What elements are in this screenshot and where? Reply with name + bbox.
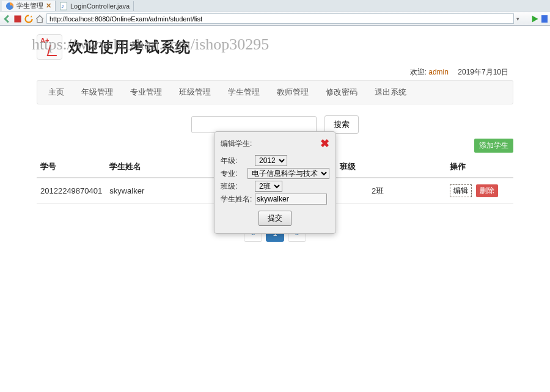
input-student-name[interactable] xyxy=(255,194,327,205)
header-banner: 欢迎使用考试系统 xyxy=(37,29,513,65)
tab-strip: 学生管理 ✕ J LoginController.java xyxy=(0,0,550,12)
banner-title: 欢迎使用考试系统 xyxy=(68,37,191,57)
select-major[interactable]: 电子信息科学与技术 xyxy=(248,168,329,179)
label-class: 班级: xyxy=(221,181,255,192)
modal-row-class: 班级: 2班 xyxy=(221,181,329,192)
stop-icon[interactable] xyxy=(13,15,22,23)
tab-title: LoginController.java xyxy=(70,2,130,10)
cell-actions: 编辑 删除 xyxy=(446,178,513,204)
modal-title: 编辑学生: xyxy=(221,139,252,149)
modal-row-name: 学生姓名: xyxy=(221,194,329,205)
edit-student-modal: 编辑学生: ✖ 年级: 2012 专业: 电子信息科学与技术 班级: 2班 学生… xyxy=(214,131,336,234)
address-bar: ▾ xyxy=(0,12,550,25)
nav-major[interactable]: 专业管理 xyxy=(122,81,170,104)
modal-header: 编辑学生: ✖ xyxy=(221,138,329,149)
modal-row-grade: 年级: 2012 xyxy=(221,155,329,166)
label-name: 学生姓名: xyxy=(221,194,255,205)
nav-logout[interactable]: 退出系统 xyxy=(366,81,415,104)
svg-rect-3 xyxy=(14,15,21,22)
browser-chrome: 学生管理 ✕ J LoginController.java ▾ xyxy=(0,0,550,26)
flag-icon xyxy=(541,15,548,23)
java-file-icon: J xyxy=(59,2,68,10)
url-dropdown-icon[interactable]: ▾ xyxy=(516,16,519,22)
delete-button[interactable]: 删除 xyxy=(476,184,498,197)
label-major: 专业: xyxy=(221,169,248,179)
svg-text:J: J xyxy=(62,4,64,8)
th-class: 班级 xyxy=(336,156,446,178)
edit-button[interactable]: 编辑 xyxy=(450,184,472,197)
main-nav: 主页 年级管理 专业管理 班级管理 学生管理 教师管理 修改密码 退出系统 xyxy=(37,80,513,104)
th-id: 学号 xyxy=(37,156,106,178)
cell-id: 20122249870401 xyxy=(37,178,106,204)
modal-submit-row: 提交 xyxy=(221,211,329,226)
nav-password[interactable]: 修改密码 xyxy=(317,81,366,104)
select-grade[interactable]: 2012 xyxy=(255,155,287,166)
go-icon[interactable] xyxy=(530,15,539,23)
nav-home[interactable]: 主页 xyxy=(40,81,73,104)
tab-close-icon[interactable]: ✕ xyxy=(46,2,51,10)
nav-teacher[interactable]: 教师管理 xyxy=(268,81,317,104)
nav-grade[interactable]: 年级管理 xyxy=(73,81,122,104)
welcome-prefix: 欢迎: xyxy=(410,68,429,76)
firefox-icon xyxy=(6,2,14,10)
submit-button[interactable]: 提交 xyxy=(258,211,292,226)
back-icon[interactable] xyxy=(2,15,11,23)
browser-tab[interactable]: J LoginController.java xyxy=(56,1,134,11)
th-action: 操作 xyxy=(446,156,513,178)
search-input[interactable] xyxy=(191,116,317,133)
welcome-date: 2019年7月10日 xyxy=(458,68,508,76)
reload-icon[interactable] xyxy=(24,15,33,23)
browser-tab-active[interactable]: 学生管理 ✕ xyxy=(2,1,56,11)
cell-class: 电子信息2班 xyxy=(336,178,446,204)
nav-class[interactable]: 班级管理 xyxy=(170,81,219,104)
url-input[interactable] xyxy=(46,13,514,24)
add-student-button[interactable]: 添加学生 xyxy=(474,139,513,153)
home-icon[interactable] xyxy=(35,15,44,23)
tab-title: 学生管理 xyxy=(16,1,43,10)
nav-student[interactable]: 学生管理 xyxy=(219,81,268,104)
modal-row-major: 专业: 电子信息科学与技术 xyxy=(221,168,329,179)
close-icon[interactable]: ✖ xyxy=(320,138,329,149)
select-class[interactable]: 2班 xyxy=(255,181,282,192)
welcome-bar: 欢迎: admin 2019年7月10日 xyxy=(37,65,513,80)
logo-icon xyxy=(37,34,62,60)
welcome-username: admin xyxy=(428,68,449,76)
label-grade: 年级: xyxy=(221,156,255,166)
